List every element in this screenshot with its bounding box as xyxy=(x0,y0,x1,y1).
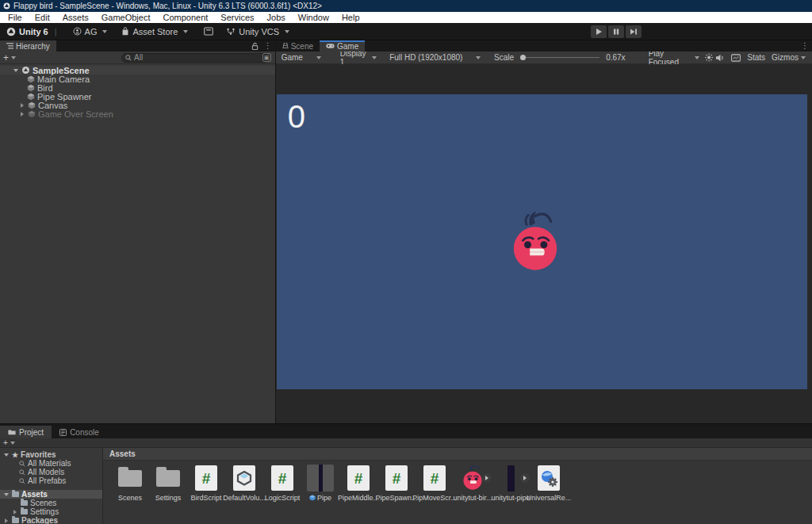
sidebar-item-settings[interactable]: Settings xyxy=(0,507,102,516)
sidebar-item-all-materials[interactable]: All Materials xyxy=(0,459,102,468)
menu-help[interactable]: Help xyxy=(335,13,366,22)
folder-icon xyxy=(21,509,28,514)
console-icon xyxy=(59,429,67,436)
resolution-dropdown[interactable]: Full HD (1920x1080) xyxy=(387,53,483,62)
asset-pipe-prefab[interactable]: Pipe xyxy=(301,465,339,502)
scene-grid-icon xyxy=(282,43,289,49)
tree-item-main-camera[interactable]: Main Camera xyxy=(0,75,275,83)
menu-gameobject[interactable]: GameObject xyxy=(95,13,157,22)
hierarchy-icon xyxy=(6,43,13,49)
menu-component[interactable]: Component xyxy=(156,13,214,22)
sidebar-item-scenes[interactable]: Scenes xyxy=(0,499,102,507)
lock-icon[interactable] xyxy=(251,42,259,50)
metrics-icon[interactable] xyxy=(731,54,741,62)
scale-slider[interactable] xyxy=(520,57,599,58)
expand-arrow-icon[interactable] xyxy=(21,112,24,117)
asset-pipmovescript[interactable]: # PipMoveScr... xyxy=(416,465,454,502)
hierarchy-tree: SampleScene Main Camera Bird Pipe Spawne… xyxy=(0,64,275,423)
expand-asset-icon[interactable] xyxy=(520,473,530,483)
expand-arrow-icon[interactable] xyxy=(13,510,17,514)
sidebar-item-favorites[interactable]: ★ Favorites xyxy=(0,450,102,459)
asset-scenes-folder[interactable]: Scenes xyxy=(111,465,149,502)
collapse-arrow-icon[interactable] xyxy=(13,69,18,72)
step-button[interactable] xyxy=(626,25,642,38)
sidebar-item-packages[interactable]: Packages xyxy=(0,516,102,524)
view-mode-dropdown[interactable]: Game xyxy=(279,53,324,62)
tab-console[interactable]: Console xyxy=(52,426,107,438)
hierarchy-search-input[interactable] xyxy=(134,53,253,62)
expand-asset-icon[interactable] xyxy=(482,473,492,483)
audio-mute-icon[interactable] xyxy=(716,54,725,62)
window-title: Flappy bird - SampleScene - Windows, Mac… xyxy=(13,2,322,10)
search-options-icon[interactable]: ▣ xyxy=(262,53,271,62)
menu-assets[interactable]: Assets xyxy=(56,13,95,22)
gameobject-icon xyxy=(27,75,35,83)
tree-item-pipe-spawner[interactable]: Pipe Spawner xyxy=(0,92,275,101)
asset-universal-renderer[interactable]: UniversalRe... xyxy=(530,465,568,502)
pause-icon xyxy=(613,29,619,35)
menu-edit[interactable]: Edit xyxy=(29,13,56,22)
asset-unitytut-pipe-sprite[interactable]: unitytut-pipe xyxy=(492,465,530,502)
game-viewport[interactable]: 0 xyxy=(276,64,812,423)
asset-unitytut-bird-sprite[interactable]: unitytut-bir... xyxy=(454,465,492,502)
play-button[interactable] xyxy=(591,25,607,38)
flash-icon[interactable] xyxy=(705,53,713,62)
chevron-down-icon xyxy=(11,56,16,59)
chevron-down-icon xyxy=(102,30,107,33)
tab-project[interactable]: Project xyxy=(0,426,52,438)
asset-logicscript[interactable]: # LogicScript xyxy=(263,465,301,502)
tab-scene[interactable]: Scene xyxy=(276,40,320,52)
asset-default-volume[interactable]: DefaultVolu... xyxy=(225,465,263,502)
tab-game[interactable]: Game xyxy=(320,40,365,52)
sidebar-item-all-models[interactable]: All Models xyxy=(0,468,102,476)
chevron-down-icon xyxy=(695,56,699,59)
hierarchy-menu-icon[interactable]: ⋮ xyxy=(264,42,272,50)
csharp-script-icon: # xyxy=(423,465,446,491)
collapse-arrow-icon[interactable] xyxy=(4,493,9,496)
tree-item-bird[interactable]: Bird xyxy=(0,83,275,92)
sidebar-item-all-prefabs[interactable]: All Prefabs xyxy=(0,476,102,485)
gameobject-icon xyxy=(27,84,35,92)
create-object-dropdown[interactable]: + xyxy=(3,52,16,63)
hierarchy-search[interactable] xyxy=(121,53,269,63)
chevron-down-icon xyxy=(183,30,188,33)
expand-arrow-icon[interactable] xyxy=(21,103,24,108)
menu-services[interactable]: Services xyxy=(214,13,260,22)
main-toolbar: Unity 6 | AG Asset Store Unity VCS xyxy=(0,23,812,40)
collapse-arrow-icon[interactable] xyxy=(4,453,9,457)
tree-item-scene[interactable]: SampleScene xyxy=(0,66,275,75)
folder-icon xyxy=(12,491,19,497)
asset-birdscript[interactable]: # BirdScript xyxy=(187,465,225,502)
asset-pipespawnscript[interactable]: # PipeSpawn... xyxy=(377,465,416,502)
tab-hierarchy[interactable]: Hierarchy xyxy=(0,40,56,52)
stats-button[interactable]: Stats xyxy=(747,53,765,62)
asset-store-dropdown[interactable]: Asset Store xyxy=(118,25,191,38)
asset-settings-folder[interactable]: Settings xyxy=(149,465,187,502)
expand-arrow-icon[interactable] xyxy=(5,518,8,523)
unity-vcs-dropdown[interactable]: Unity VCS xyxy=(223,25,293,38)
menu-window[interactable]: Window xyxy=(292,13,335,22)
scale-value: 0.67x xyxy=(606,53,625,62)
sidebar-item-assets[interactable]: Assets xyxy=(0,490,102,499)
tree-item-game-over-screen[interactable]: Game Over Screen xyxy=(0,109,275,118)
game-panel-menu-icon[interactable]: ⋮ xyxy=(801,42,809,50)
tree-item-canvas[interactable]: Canvas xyxy=(0,101,275,109)
account-dropdown[interactable]: AG xyxy=(70,25,111,38)
gameobject-icon xyxy=(28,101,36,109)
pause-button[interactable] xyxy=(608,25,624,38)
unity-logo-icon xyxy=(3,2,10,10)
project-console-panel: Project Console + ★ Favorites All Materi… xyxy=(0,423,812,524)
scale-slider-knob[interactable] xyxy=(520,55,526,60)
menu-jobs[interactable]: Jobs xyxy=(261,13,292,22)
project-create-dropdown[interactable]: + xyxy=(3,438,15,447)
chevron-down-icon xyxy=(372,56,377,59)
toolbar-divider: | xyxy=(55,27,57,36)
gizmos-dropdown[interactable]: Gizmos xyxy=(772,53,806,62)
asset-pipemiddlescript[interactable]: # PipeMiddle... xyxy=(339,465,377,502)
folder-icon xyxy=(156,470,180,487)
game-render-area: 0 xyxy=(277,94,807,389)
archive-inbox-button[interactable] xyxy=(201,25,216,37)
menu-file[interactable]: File xyxy=(2,13,29,22)
chevron-down-icon xyxy=(285,30,289,33)
project-grid: Assets Scenes Settings # BirdScript xyxy=(103,448,812,524)
